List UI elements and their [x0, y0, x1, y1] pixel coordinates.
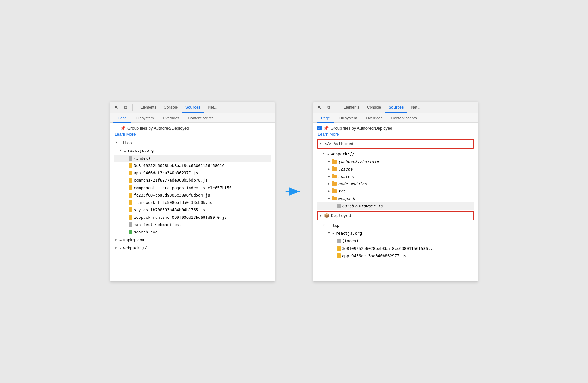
tree-label-src: src: [338, 188, 345, 194]
tree-item-webpack[interactable]: ☁ webpack://: [114, 244, 271, 252]
left-file-tree: top ☁ reactjs.org (index) 3e8f092: [114, 139, 271, 252]
triangle-webpack-right: [322, 151, 325, 156]
right-cursor-icon[interactable]: ↖: [317, 104, 323, 111]
tree-item-index[interactable]: (index): [114, 155, 271, 162]
file-icon-4: [129, 185, 132, 190]
folder-icon-content: [332, 175, 337, 178]
tree-item-file8[interactable]: webpack-runtime-090f00ed13bd69fd80f0.js: [114, 214, 271, 221]
subtab-overrides[interactable]: Overrides: [158, 114, 184, 123]
triangle-cache: [327, 167, 331, 171]
right-tree-item-top[interactable]: top: [317, 222, 474, 229]
right-devtools-panel: ↖ ⧉ Elements Console Sources Net... Page…: [313, 102, 478, 282]
tree-item-file6[interactable]: framework-ff9c508ebfda0f33cb0b.js: [114, 199, 271, 206]
right-tab-sources[interactable]: Sources: [385, 104, 407, 111]
right-layers-icon[interactable]: ⧉: [325, 104, 332, 111]
tree-item-webpack-folder[interactable]: webpack: [317, 195, 474, 202]
group-files-label: Group files by Authored/Deployed: [127, 126, 189, 131]
tree-item-file10[interactable]: search.svg: [114, 228, 271, 236]
file-icon-9: [129, 222, 132, 227]
tree-item-content[interactable]: content: [317, 173, 474, 180]
cloud-icon-unpkg: ☁: [119, 236, 122, 244]
screenshot-container: ↖ ⧉ Elements Console Sources Net... Page…: [110, 102, 478, 282]
group-files-checkbox[interactable]: [114, 126, 118, 130]
file-icon-8: [129, 215, 132, 220]
tree-item-file5[interactable]: fc233f00-cba3d9005c3896f6d5d4.js: [114, 192, 271, 199]
folder-icon-cache: [332, 167, 337, 171]
code-icon: </>: [324, 140, 331, 147]
right-subtab-page[interactable]: Page: [317, 114, 334, 123]
learn-more-link[interactable]: Learn More: [115, 132, 271, 137]
right-group-files-checkbox[interactable]: [317, 126, 322, 130]
right-tree-item-reactjs[interactable]: ☁ reactjs.org: [317, 229, 474, 237]
right-subtabs: Page Filesystem Overrides Content script…: [313, 113, 478, 123]
right-file-tree: </> Authored ☁ webpack:// (webpack)/buil…: [317, 139, 474, 260]
left-devtools-panel: ↖ ⧉ Elements Console Sources Net... Page…: [110, 102, 275, 282]
layers-icon[interactable]: ⧉: [122, 104, 129, 111]
right-content: 📌 Group files by Authored/Deployed Learn…: [313, 123, 478, 281]
tree-item-unpkg[interactable]: ☁ unpkg.com: [114, 236, 271, 244]
tree-item-file3[interactable]: commons-21f8977ade868b5bdb78.js: [114, 177, 271, 184]
file-icon-3: [129, 178, 132, 183]
tree-item-src[interactable]: src: [317, 187, 474, 195]
file-icon-6: [129, 200, 132, 205]
tree-item-top[interactable]: top: [114, 139, 271, 146]
tab-console[interactable]: Console: [160, 104, 182, 111]
tree-label-buildin: (webpack)/buildin: [338, 158, 379, 165]
right-subtab-filesystem[interactable]: Filesystem: [334, 114, 361, 123]
file-icon-7: [129, 207, 132, 212]
right-tab-elements[interactable]: Elements: [340, 104, 363, 111]
tack-icon: 📌: [120, 126, 125, 131]
tree-item-reactjs[interactable]: ☁ reactjs.org: [114, 146, 271, 155]
cloud-icon-reactjs-right: ☁: [332, 229, 334, 237]
file-icon-10: [129, 230, 132, 234]
cloud-icon-webpack-right: ☁: [327, 150, 329, 158]
file-icon-5: [129, 193, 132, 198]
triangle-node-modules: [327, 181, 331, 186]
tree-label-file7: styles-fb708593b484b04b1765.js: [134, 206, 205, 213]
authored-section-header[interactable]: </> Authored: [317, 139, 474, 149]
deployed-label: Deployed: [331, 212, 351, 219]
right-subtab-content-scripts[interactable]: Content scripts: [387, 114, 421, 123]
triangle-buildin: [327, 159, 331, 164]
file-icon-1: [129, 163, 132, 168]
tree-item-gatsby[interactable]: gatsby-browser.js: [317, 202, 474, 210]
file-icon-index-right: [337, 239, 341, 243]
tree-item-cache[interactable]: .cache: [317, 165, 474, 173]
tree-label-index-right: (index): [342, 238, 359, 244]
triangle-reactjs-right: [327, 231, 331, 236]
right-tree-item-file1[interactable]: 3e8f09252b6028beb8baf8cc63801156f586...: [317, 245, 474, 252]
right-subtab-overrides[interactable]: Overrides: [361, 114, 387, 123]
tree-label-webpack: webpack://: [123, 245, 147, 251]
right-tree-item-webpack[interactable]: ☁ webpack://: [317, 150, 474, 158]
right-tree-item-index[interactable]: (index): [317, 237, 474, 245]
tree-label-reactjs-right: reactjs.org: [336, 230, 362, 237]
tree-label-file1: 3e8f09252b6028beb8baf8cc63801156f58616: [134, 162, 224, 169]
right-tree-item-file2[interactable]: app-9466def3ba340b862977.js: [317, 252, 474, 259]
right-learn-more-link[interactable]: Learn More: [318, 132, 474, 137]
right-tab-network[interactable]: Net...: [407, 104, 424, 111]
tree-item-file7[interactable]: styles-fb708593b484b04b1765.js: [114, 206, 271, 213]
tab-network[interactable]: Net...: [204, 104, 221, 111]
subtab-content-scripts[interactable]: Content scripts: [184, 114, 218, 123]
left-subtabs: Page Filesystem Overrides Content script…: [110, 113, 275, 123]
tree-label-file8: webpack-runtime-090f00ed13bd69fd80f0.js: [134, 214, 227, 221]
tree-item-node-modules[interactable]: node_modules: [317, 180, 474, 187]
right-toolbar: ↖ ⧉ Elements Console Sources Net...: [313, 102, 478, 113]
folder-icon-buildin: [332, 160, 337, 164]
tree-item-file4[interactable]: component---src-pages-index-js-e1c657bf5…: [114, 184, 271, 192]
tree-item-file1[interactable]: 3e8f09252b6028beb8baf8cc63801156f58616: [114, 162, 271, 169]
right-tab-console[interactable]: Console: [363, 104, 385, 111]
triangle-webpack-folder: [327, 196, 331, 201]
tab-elements[interactable]: Elements: [137, 104, 160, 111]
subtab-filesystem[interactable]: Filesystem: [131, 114, 158, 123]
tree-item-file2[interactable]: app-9466def3ba340b862977.js: [114, 169, 271, 177]
tree-label-content: content: [338, 173, 355, 180]
cloud-icon-webpack: ☁: [119, 244, 122, 252]
tab-sources[interactable]: Sources: [182, 104, 204, 111]
tree-item-buildin[interactable]: (webpack)/buildin: [317, 158, 474, 165]
tree-label-file1-right: 3e8f09252b6028beb8baf8cc63801156f586...: [342, 245, 435, 252]
cursor-icon[interactable]: ↖: [113, 104, 120, 111]
deployed-section-header[interactable]: 📦 Deployed: [317, 211, 474, 220]
tree-item-file9[interactable]: manifest.webmanifest: [114, 221, 271, 228]
subtab-page[interactable]: Page: [113, 114, 131, 123]
